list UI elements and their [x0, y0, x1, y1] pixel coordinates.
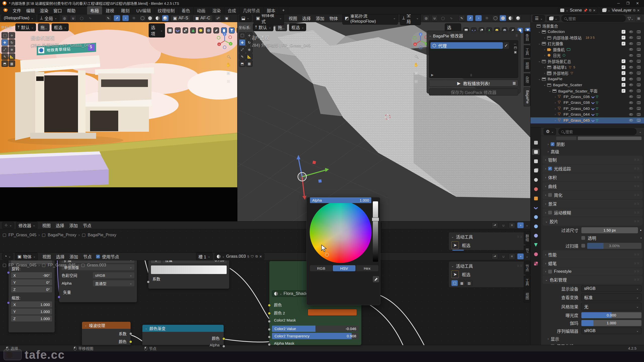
- color2-input-socket[interactable]: [268, 312, 271, 315]
- tool-add-cube[interactable]: ⬒: [2, 60, 8, 67]
- menu-item[interactable]: 选择: [53, 221, 67, 229]
- panel-header[interactable]: ›曲线⁙⁙: [543, 182, 642, 190]
- tool-cursor[interactable]: ✛: [246, 32, 253, 39]
- dropdown-field[interactable]: sRGB⌄: [581, 285, 641, 292]
- panel-header[interactable]: ›钳制⁙⁙: [543, 156, 642, 164]
- tree-quick-icon[interactable]: [190, 27, 196, 33]
- outliner-row[interactable]: › FP_Grass_044 ▽ ✓: [531, 112, 644, 118]
- shading-rendered-icon[interactable]: [515, 15, 521, 21]
- side-tab[interactable]: 杂项: [524, 73, 530, 86]
- new-collection-button[interactable]: ⊞: [635, 16, 642, 22]
- ortho-grid-icon[interactable]: ⊞: [227, 79, 230, 84]
- color-output-socket[interactable]: [222, 337, 225, 340]
- axis-gizmo[interactable]: Z X Y: [215, 31, 234, 50]
- proportional-edit-icon[interactable]: ◯: [78, 15, 85, 21]
- color2-mask-socket[interactable]: [268, 320, 271, 323]
- shading-material-icon[interactable]: [154, 15, 161, 21]
- pan-hand-icon[interactable]: ✋: [414, 62, 419, 67]
- selectable-checkbox[interactable]: ✓: [622, 77, 625, 81]
- menu-item[interactable]: 选择: [53, 253, 67, 260]
- snap-mode-icon[interactable]: ⌗: [509, 222, 515, 228]
- gradient-bar[interactable]: [151, 265, 227, 274]
- colorspace-dropdown[interactable]: sRGB⌄: [93, 272, 134, 278]
- menu-item[interactable]: 选择: [300, 14, 313, 22]
- render-toggle[interactable]: [637, 54, 640, 57]
- mode-dropdown[interactable]: ▣物体模式⌄: [254, 14, 284, 25]
- eye-toggle[interactable]: [629, 78, 633, 80]
- noise-texture-node[interactable]: ⌄噪波纹理 系数 颜色: [82, 322, 131, 345]
- tool-transform[interactable]: ⊕: [9, 46, 15, 53]
- tool-scale[interactable]: ⤢: [239, 46, 246, 53]
- tool-extra[interactable]: ▦: [9, 60, 15, 67]
- menu-item[interactable]: 添加: [67, 221, 80, 229]
- proportional-falloff-icon[interactable]: ∿: [448, 15, 454, 21]
- properties-tab[interactable]: [532, 205, 540, 211]
- snap-target-icon[interactable]: ◎: [423, 15, 429, 21]
- tool-measure[interactable]: 📐: [246, 53, 253, 60]
- render-toggle[interactable]: [637, 83, 640, 86]
- overlays-toggle-icon[interactable]: ◔: [122, 15, 129, 21]
- proportional-edit-icon[interactable]: ◯: [440, 15, 446, 21]
- expander-icon[interactable]: ⌄: [537, 30, 541, 33]
- properties-tab[interactable]: [532, 149, 540, 155]
- tool-select-box[interactable]: [239, 32, 246, 39]
- workspace-tab[interactable]: UV编辑: [133, 6, 154, 15]
- expander-icon[interactable]: ›: [543, 54, 547, 57]
- tool-move[interactable]: ✥: [2, 39, 8, 46]
- camera-view-icon[interactable]: ▣: [414, 71, 418, 75]
- eye-toggle[interactable]: [629, 54, 633, 57]
- side-tab[interactable]: 工具: [524, 276, 530, 288]
- color2-transparency-socket[interactable]: [268, 336, 271, 338]
- eye-toggle[interactable]: [629, 90, 633, 92]
- render-toggle[interactable]: [637, 113, 640, 116]
- expander-icon[interactable]: ⌄: [537, 42, 541, 45]
- eye-toggle[interactable]: [629, 107, 633, 110]
- render-toggle[interactable]: [637, 60, 640, 63]
- selectable-checkbox[interactable]: ✓: [622, 71, 625, 75]
- mapping-node[interactable]: 旋转: X-90°Y0°Z0° 缩放: X1.000Y1.000Z1.000: [8, 258, 55, 333]
- editor-type-dropdown[interactable]: ◔⌄: [2, 253, 13, 260]
- snap-magnet-icon[interactable]: ∪: [431, 15, 438, 21]
- camera-toggle-icon[interactable]: ▣: [514, 50, 517, 54]
- retopoflow-tool-dropdown[interactable]: ◩重拓扑流(RetopoFlow)⌄: [342, 14, 398, 25]
- fac-input-socket[interactable]: [147, 281, 150, 283]
- tool-select-box[interactable]: [2, 32, 8, 39]
- properties-tab[interactable]: [532, 140, 540, 146]
- shader-type-dropdown[interactable]: ▣物体⌄: [15, 253, 38, 260]
- outliner-row[interactable]: ⌄ BagaPie_Scatter_平面 ▽ ✓: [531, 88, 644, 94]
- value-slider[interactable]: 1.000: [581, 320, 641, 326]
- color-management-panel-header[interactable]: ⌄色彩管理⁙⁙: [543, 276, 642, 284]
- annotate-icon[interactable]: ✎: [459, 15, 465, 21]
- blender-menu-icon[interactable]: [3, 8, 8, 12]
- camera-quick-icon[interactable]: [167, 27, 173, 33]
- filter-size-slider[interactable]: 1.50 px: [581, 227, 638, 233]
- film-panel-header[interactable]: ⌄胶片⁙⁙: [543, 217, 642, 225]
- side-tab[interactable]: 视图: [524, 290, 530, 302]
- copy-icon[interactable]: ⧉: [589, 8, 591, 12]
- panel-header[interactable]: ›体积⁙⁙: [543, 173, 642, 182]
- menu-item[interactable]: 编辑: [24, 7, 37, 14]
- panel-checkbox[interactable]: [548, 193, 552, 197]
- breadcrumb-item[interactable]: BagaPie_Proxy: [88, 233, 116, 237]
- workspace-tab[interactable]: 建模: [102, 6, 118, 15]
- picker-tab[interactable]: Hex: [356, 265, 378, 271]
- filter-icon[interactable]: ▽⌄: [628, 16, 633, 21]
- outliner-row[interactable]: 场景集合 ▽ ✓: [531, 23, 644, 29]
- outliner-search[interactable]: 搜索: [561, 15, 625, 22]
- picker-tab[interactable]: RGB: [310, 265, 332, 271]
- outliner-row[interactable]: › FP_Grass_038 ▽ ✓: [531, 100, 644, 106]
- shading-solid-icon[interactable]: [500, 15, 506, 21]
- menu-item[interactable]: 渲染: [37, 7, 51, 14]
- menu-item[interactable]: 节点: [80, 253, 94, 260]
- color-input-socket[interactable]: [268, 304, 271, 307]
- breadcrumb-item[interactable]: FP_Grass_045: [9, 233, 36, 237]
- tool-add-cube[interactable]: ⬒: [239, 60, 246, 67]
- outliner-row[interactable]: › FP_Grass_045 ▽ ✓: [531, 117, 644, 123]
- outliner-row[interactable]: ⌄ BagaPie_Scatter ▽ ✓: [531, 82, 644, 88]
- transparent-checkbox[interactable]: [581, 236, 585, 240]
- expander-icon[interactable]: ›: [543, 48, 547, 51]
- axis-field[interactable]: X1.000: [11, 301, 52, 307]
- workspace-tab[interactable]: 雕刻: [118, 6, 133, 15]
- properties-tab[interactable]: [532, 158, 540, 164]
- snap-target-icon[interactable]: ◎: [61, 15, 68, 21]
